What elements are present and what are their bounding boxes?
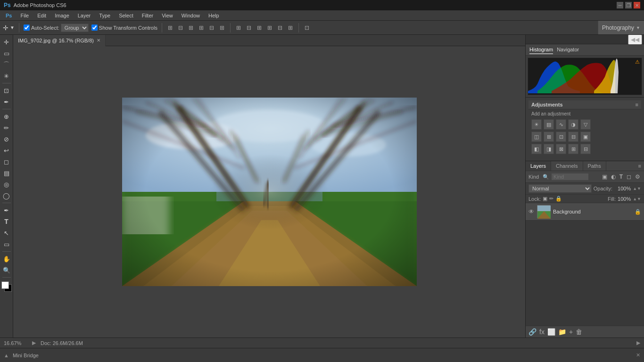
adjustments-expand-icon[interactable]: ≡ — [636, 102, 638, 107]
menu-edit[interactable]: Edit — [33, 12, 50, 19]
layers-search-input[interactable] — [551, 173, 589, 181]
tab-close-button[interactable]: ✕ — [97, 38, 100, 43]
brightness-adj-btn[interactable]: ☀ — [531, 119, 542, 130]
menu-help[interactable]: Help — [205, 12, 223, 19]
menu-type[interactable]: Type — [95, 12, 114, 19]
distribute-right-icon[interactable]: ⊞ — [256, 24, 263, 32]
canvas-container[interactable] — [13, 46, 525, 337]
healing-brush-tool[interactable]: ⊕ — [1, 111, 12, 122]
threshold-adj-btn[interactable]: ⊞ — [568, 144, 578, 154]
status-menu-icon[interactable]: ▶ — [32, 340, 36, 346]
layers-filter-smart-icon[interactable]: ⚙ — [634, 173, 641, 181]
layer-visibility-icon[interactable]: 👁 — [528, 208, 534, 215]
lasso-tool[interactable]: ⌒ — [1, 59, 12, 70]
crop-tool[interactable]: ⊡ — [1, 85, 12, 96]
delete-layer-icon[interactable]: 🗑 — [576, 328, 582, 336]
menu-filter[interactable]: Filter — [138, 12, 157, 19]
photo-filter-adj-btn[interactable]: ⊟ — [568, 132, 578, 142]
lock-all-icon[interactable]: 🔒 — [555, 196, 562, 202]
hue-sat-adj-btn[interactable]: ◫ — [531, 132, 542, 142]
layer-item-background[interactable]: 👁 Background 🔒 — [526, 203, 644, 221]
layers-filter-shape-icon[interactable]: ◻ — [626, 173, 632, 181]
mini-bridge-close-icon[interactable]: ✕ — [636, 352, 640, 358]
gradient-tool[interactable]: ▤ — [1, 168, 12, 178]
distribute-left-icon[interactable]: ⊞ — [235, 24, 242, 32]
bw-adj-btn[interactable]: ⊡ — [556, 132, 566, 142]
menu-file[interactable]: File — [17, 12, 33, 19]
eraser-tool[interactable]: ◻ — [1, 156, 12, 167]
fill-increment-icon[interactable]: ▲▼ — [633, 197, 641, 201]
brush-tool[interactable]: ✏ — [1, 123, 12, 133]
color-lookup-adj-btn[interactable]: ◧ — [531, 144, 542, 154]
menu-image[interactable]: Image — [51, 12, 73, 19]
vibrance-adj-btn[interactable]: ▽ — [580, 119, 591, 130]
levels-adj-btn[interactable]: ▤ — [544, 119, 554, 130]
document-tab[interactable]: IMG_9702.jpg @ 16.7% (RGB/8) ✕ — [13, 35, 106, 46]
menu-select[interactable]: Select — [115, 12, 137, 19]
dodge-tool[interactable]: ◯ — [1, 190, 12, 201]
paths-tab[interactable]: Paths — [583, 161, 606, 171]
distribute-center-v-icon[interactable]: ⊟ — [276, 24, 284, 32]
panel-collapse-button[interactable]: ◀◀ — [628, 34, 642, 45]
pen-tool[interactable]: ✒ — [1, 205, 12, 215]
navigator-tab[interactable]: Navigator — [557, 46, 579, 54]
menu-view[interactable]: View — [158, 12, 177, 19]
layers-tab[interactable]: Layers — [526, 161, 551, 171]
restore-button[interactable]: ❐ — [625, 2, 632, 8]
gradient-map-adj-btn[interactable]: ⊟ — [580, 144, 591, 154]
posterize-adj-btn[interactable]: ⊠ — [556, 144, 566, 154]
move-tool[interactable]: ✛ — [1, 37, 12, 47]
workspace-selector[interactable]: Photography ▼ — [598, 21, 644, 34]
mini-bridge-bar[interactable]: ▲ Mini Bridge ✕ — [0, 348, 644, 362]
new-layer-icon[interactable]: + — [569, 328, 573, 336]
exposure-adj-btn[interactable]: ◑ — [568, 119, 578, 130]
menu-ps[interactable]: Ps — [2, 12, 16, 19]
minimize-button[interactable]: ─ — [617, 2, 623, 8]
text-tool[interactable]: T — [1, 216, 12, 227]
curves-adj-btn[interactable]: ∿ — [556, 119, 566, 130]
histogram-warning-icon[interactable]: ⚠ — [635, 59, 640, 65]
hand-tool[interactable]: ✋ — [1, 254, 12, 264]
arrange-icon[interactable]: ⊡ — [303, 24, 311, 32]
add-mask-icon[interactable]: ⬜ — [547, 328, 555, 336]
align-center-h-icon[interactable]: ⊟ — [177, 24, 184, 32]
distribute-center-h-icon[interactable]: ⊟ — [245, 24, 253, 32]
channel-mixer-adj-btn[interactable]: ▣ — [580, 132, 591, 142]
marquee-tool[interactable]: ▭ — [1, 48, 12, 58]
layers-panel-menu-icon[interactable]: ≡ — [636, 161, 644, 171]
lock-position-icon[interactable]: ✏ — [549, 196, 553, 202]
auto-select-dropdown[interactable]: Group Layer — [61, 24, 89, 32]
auto-select-checkbox[interactable] — [24, 25, 30, 31]
align-right-icon[interactable]: ⊞ — [187, 24, 195, 32]
zoom-tool[interactable]: 🔍 — [1, 265, 12, 275]
invert-adj-btn[interactable]: ◨ — [544, 144, 554, 154]
eyedropper-tool[interactable]: ✒ — [1, 97, 12, 107]
color-swatches[interactable] — [1, 281, 12, 292]
menu-window[interactable]: Window — [178, 12, 204, 19]
history-brush-tool[interactable]: ↩ — [1, 145, 12, 156]
distribute-bottom-icon[interactable]: ⊞ — [287, 24, 294, 32]
align-left-icon[interactable]: ⊞ — [166, 24, 174, 32]
lock-pixels-icon[interactable]: ▣ — [543, 196, 547, 202]
magic-wand-tool[interactable]: ✳ — [1, 71, 12, 81]
align-bottom-icon[interactable]: ⊞ — [218, 24, 226, 32]
shape-tool[interactable]: ▭ — [1, 239, 12, 249]
link-layers-icon[interactable]: 🔗 — [528, 328, 537, 336]
channels-tab[interactable]: Channels — [551, 161, 583, 171]
status-arrow-right[interactable]: ▶ — [636, 340, 640, 346]
path-select-tool[interactable]: ↖ — [1, 228, 12, 238]
opacity-increment-icon[interactable]: ▲▼ — [633, 186, 641, 191]
close-button[interactable]: ✕ — [634, 2, 640, 8]
layers-filter-adj-icon[interactable]: ◐ — [610, 173, 617, 181]
blur-tool[interactable]: ◎ — [1, 179, 12, 189]
add-style-icon[interactable]: fx — [539, 328, 545, 336]
clone-stamp-tool[interactable]: ⊘ — [1, 134, 12, 144]
distribute-top-icon[interactable]: ⊞ — [266, 24, 273, 32]
color-balance-adj-btn[interactable]: ⊞ — [544, 132, 554, 142]
align-center-v-icon[interactable]: ⊟ — [208, 24, 215, 32]
histogram-tab[interactable]: Histogram — [529, 46, 553, 54]
layers-filter-type-icon[interactable]: T — [619, 173, 624, 181]
align-top-icon[interactable]: ⊞ — [198, 24, 205, 32]
show-transform-checkbox[interactable] — [91, 25, 98, 31]
menu-layer[interactable]: Layer — [74, 12, 95, 19]
